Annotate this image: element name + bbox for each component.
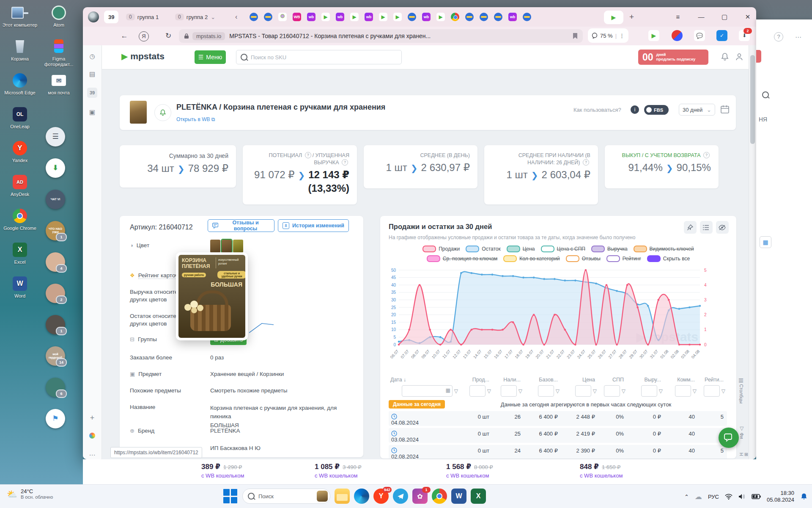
desktop-icon-oneleap[interactable]: OLOneLeap (2, 106, 38, 130)
desktop-icon-edge[interactable]: Microsoft Edge (2, 72, 38, 96)
panel-icon[interactable]: ▦ (760, 236, 771, 248)
bookmarks-icon[interactable]: ▤ (87, 69, 97, 79)
table-column-header[interactable]: Рейти... (698, 377, 727, 383)
pin-chart-button[interactable] (684, 221, 697, 234)
legend-item[interactable]: Выручка (591, 246, 628, 252)
desktop-icon-word[interactable]: WWord (2, 275, 38, 299)
tab-favicon-play[interactable]: ▶ (379, 13, 387, 21)
sidebar-tab-counter[interactable]: 39 (87, 88, 97, 98)
legend-item[interactable]: Отзывы (566, 255, 601, 262)
legend-item[interactable]: Ср. позиция по ключам (427, 255, 497, 262)
detail-link[interactable]: ИП Баскакова Н Ю (210, 445, 261, 451)
table-row[interactable]: 03.08.20240 шт256 400 ₽2 419 ₽0%0 ₽405 (389, 428, 727, 443)
tab-group-1[interactable]: 0 группа 1 (126, 11, 159, 23)
legend-item[interactable]: Цена (507, 246, 535, 252)
desktop-icon-atom[interactable]: Atom (41, 4, 77, 28)
legend-item[interactable]: Видимость ключей (634, 246, 694, 252)
help-icon[interactable]: ? (342, 159, 348, 166)
tab-favicon-wb-magenta[interactable]: WB (293, 13, 301, 21)
taskbar-icon-excel[interactable]: X (471, 489, 486, 504)
onedrive-icon[interactable]: ☁ (695, 492, 702, 501)
filter-funnel-icon[interactable]: ▽ (454, 388, 458, 394)
tab-favicon-wb[interactable]: wb (365, 13, 373, 21)
filter-input[interactable] (501, 385, 517, 397)
taskbar-icon-yandex-browser[interactable]: Y942 (373, 489, 389, 504)
price-block[interactable]: 389 ₽1 290 ₽ с WB кошельком (201, 462, 244, 479)
user-icon[interactable] (735, 52, 745, 62)
settings-rail[interactable]: ⊞ Н (739, 453, 749, 459)
dock-chat-vi[interactable]: ЧАТ VI (46, 190, 65, 209)
tab-favicon-chrome[interactable] (451, 13, 459, 21)
desktop-icon-mail[interactable]: ✉моя почта (41, 72, 77, 96)
table-row[interactable]: 02.08.20240 шт246 400 ₽2 390 ₽0%0 ₽405 (389, 445, 727, 458)
more-icon[interactable]: ⋮ (619, 33, 625, 39)
tab-favicon-lighthouse[interactable] (480, 13, 488, 21)
tab-favicon-wb[interactable]: wb (508, 13, 517, 21)
table-column-header[interactable]: СПП (598, 377, 627, 383)
tray-expand-icon[interactable]: ⌃ (684, 494, 689, 500)
table-column-header[interactable]: Цена (561, 377, 598, 383)
calendar-icon[interactable] (720, 105, 730, 114)
open-in-wb-link[interactable]: Открыть в WB ⧉ (176, 116, 215, 122)
minimize-button[interactable]: — (697, 12, 706, 22)
filter-funnel-icon[interactable]: ▽ (622, 388, 625, 394)
screenshot-icon[interactable]: ▣ (87, 107, 97, 117)
search-icon[interactable] (762, 91, 769, 100)
filter-input[interactable] (538, 385, 554, 397)
battery-icon[interactable] (752, 494, 761, 499)
table-column-header[interactable]: Базов... (524, 377, 561, 383)
tab-favicon-lighthouse[interactable] (250, 13, 258, 21)
dock-bookmark[interactable]: ⚑ (46, 409, 65, 428)
tab-scroll-left[interactable]: ‹ (235, 11, 237, 23)
price-block[interactable]: 1 568 ₽8 000 ₽ с WB кошельком (446, 462, 493, 479)
filter-funnel-icon[interactable]: ▽ (659, 388, 663, 394)
legend-item[interactable]: Скрыть все (647, 255, 690, 262)
tab-favicon-wb[interactable]: wb (336, 13, 344, 21)
menu-button[interactable]: ☰Меню (195, 50, 226, 64)
subscription-badge[interactable]: 00 днейпродлить подписку (638, 50, 708, 65)
dock-chto-nado[interactable]: ЧТО НАО УЖИ1 (46, 221, 65, 240)
taskbar-icon-telegram[interactable] (393, 489, 408, 504)
tab-favicon-idea[interactable] (278, 13, 287, 21)
price-block[interactable]: 848 ₽1 650 ₽ с WB кошельком (580, 462, 623, 479)
table-row[interactable]: 04.08.20240 шт266 400 ₽2 448 ₽0%0 ₽405 (389, 411, 727, 426)
info-icon[interactable]: i (631, 105, 639, 114)
filter-input[interactable] (675, 385, 691, 397)
tab-counter[interactable]: 39 (104, 11, 118, 23)
filter-input[interactable] (604, 385, 620, 397)
taskbar-icon-word[interactable]: W (451, 489, 466, 504)
tab-favicon-lighthouse[interactable] (408, 13, 416, 21)
table-column-header[interactable]: Дата ↓ (389, 377, 460, 383)
filter-funnel-icon[interactable]: ▽ (487, 388, 491, 394)
dock-avatar-2[interactable]: 2 (46, 284, 65, 303)
taskbar-windows-button[interactable] (223, 489, 238, 504)
desktop-icon-anydesk[interactable]: ADAnyDesk (2, 174, 38, 197)
bookmark-flag-icon[interactable] (573, 33, 578, 39)
filters-rail[interactable]: ▽ Фи (739, 425, 745, 439)
help-icon[interactable]: ? (583, 159, 589, 166)
filter-funnel-icon[interactable]: ▽ (721, 388, 725, 394)
sku-search[interactable]: Поиск по SKU (236, 50, 402, 64)
desktop-icon-chrome[interactable]: Google Chrome (2, 207, 38, 231)
tab-favicon-wb[interactable]: wb (422, 13, 431, 21)
mpstats-extension-icon[interactable]: ▶ (648, 30, 659, 41)
change-history-button[interactable]: ± История изменений (278, 219, 349, 232)
chat-extension-icon[interactable]: 💬 (694, 30, 705, 41)
history-icon[interactable]: ◷ (87, 51, 97, 61)
notifications-bell-icon[interactable] (720, 52, 730, 62)
filter-input[interactable] (575, 385, 591, 397)
legend-item[interactable]: Остаток (466, 246, 500, 252)
shield-extension-icon[interactable] (672, 30, 683, 41)
legend-item[interactable]: Цена с СПП (541, 246, 585, 252)
how-to-use-link[interactable]: Как пользоваться? (573, 107, 621, 113)
detail-link[interactable]: PLETËNKA (210, 428, 240, 434)
list-view-button[interactable] (700, 221, 713, 234)
taskbar-search[interactable]: Поиск (242, 489, 330, 504)
table-column-header[interactable]: Нали... (493, 377, 524, 383)
add-panel-icon[interactable]: + (87, 413, 97, 423)
back-icon[interactable]: ← (118, 30, 130, 42)
page-scrollbar[interactable] (749, 45, 756, 459)
dock-avatar-3[interactable]: 1 (46, 315, 65, 334)
dock-wardrobe[interactable]: мой гардероб14 (46, 346, 65, 366)
dock-sewing[interactable]: 6 (46, 378, 65, 397)
